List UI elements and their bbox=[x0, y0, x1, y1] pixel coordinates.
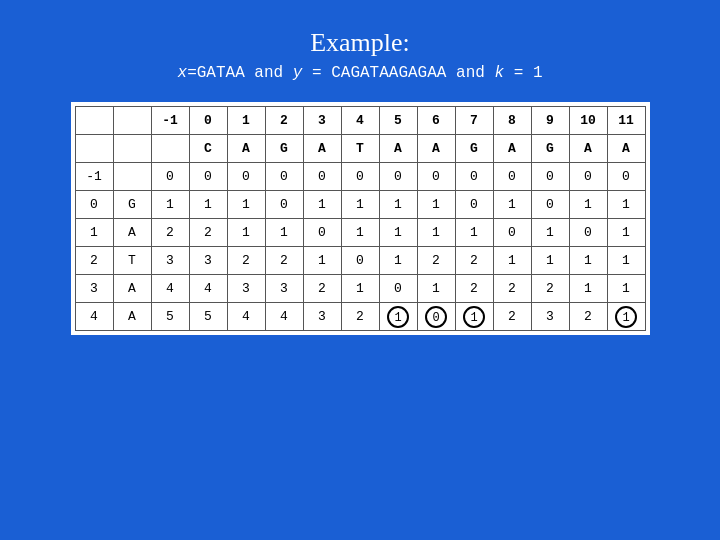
col-idx--1: -1 bbox=[151, 107, 189, 135]
k-value: 1 bbox=[533, 64, 543, 82]
row-idx--1: -1 bbox=[75, 163, 113, 191]
and1-text: and bbox=[254, 64, 283, 82]
cell: 0 bbox=[569, 163, 607, 191]
cell: 4 bbox=[227, 303, 265, 331]
cell: 2 bbox=[151, 219, 189, 247]
corner-empty3 bbox=[75, 135, 113, 163]
col-char-G2: G bbox=[455, 135, 493, 163]
cell: 2 bbox=[227, 247, 265, 275]
cell: 1 bbox=[303, 247, 341, 275]
col-char-G1: G bbox=[265, 135, 303, 163]
cell: 0 bbox=[151, 163, 189, 191]
cell: 0 bbox=[493, 219, 531, 247]
corner-empty4 bbox=[113, 135, 151, 163]
cell: 0 bbox=[303, 219, 341, 247]
cell: 1 bbox=[151, 191, 189, 219]
subtitle-line: x=GATAA and y = CAGATAAGAGAA and k = 1 bbox=[178, 64, 543, 82]
cell: 0 bbox=[607, 163, 645, 191]
row-idx-0: 0 bbox=[75, 191, 113, 219]
col-idx-10: 10 bbox=[569, 107, 607, 135]
title-section: Example: x=GATAA and y = CAGATAAGAGAA an… bbox=[178, 28, 543, 82]
circled-1-c: 1 bbox=[615, 306, 637, 328]
row-char-A2: A bbox=[113, 275, 151, 303]
table-row: 3 A 4 4 3 3 2 1 0 1 2 2 2 1 1 bbox=[75, 275, 645, 303]
circled-0: 0 bbox=[425, 306, 447, 328]
page-title: Example: bbox=[178, 28, 543, 58]
y-variable: y bbox=[293, 64, 303, 82]
circled-1-b: 1 bbox=[463, 306, 485, 328]
col-char-row: C A G A T A A G A G A A bbox=[75, 135, 645, 163]
cell: 2 bbox=[303, 275, 341, 303]
cell: 0 bbox=[265, 163, 303, 191]
cell-circled: 1 bbox=[379, 303, 417, 331]
cell: 0 bbox=[341, 247, 379, 275]
cell: 2 bbox=[341, 303, 379, 331]
col-idx-6: 6 bbox=[417, 107, 455, 135]
table-row: 0 G 1 1 1 0 1 1 1 1 0 1 0 1 1 bbox=[75, 191, 645, 219]
cell: 3 bbox=[265, 275, 303, 303]
cell: 1 bbox=[227, 219, 265, 247]
cell: 1 bbox=[607, 247, 645, 275]
col-idx-0: 0 bbox=[189, 107, 227, 135]
col-idx-3: 3 bbox=[303, 107, 341, 135]
row-char-T: T bbox=[113, 247, 151, 275]
cell: 2 bbox=[531, 275, 569, 303]
col-index-row: -1 0 1 2 3 4 5 6 7 8 9 10 11 bbox=[75, 107, 645, 135]
cell: 1 bbox=[417, 191, 455, 219]
cell: 0 bbox=[417, 163, 455, 191]
col-char-A7: A bbox=[607, 135, 645, 163]
y-value: CAGATAAGAGAA bbox=[331, 64, 446, 82]
cell: 0 bbox=[379, 275, 417, 303]
cell: 1 bbox=[455, 219, 493, 247]
col-char-T: T bbox=[341, 135, 379, 163]
circled-1-a: 1 bbox=[387, 306, 409, 328]
cell: 2 bbox=[265, 247, 303, 275]
cell: 1 bbox=[379, 191, 417, 219]
cell: 1 bbox=[607, 219, 645, 247]
cell: 0 bbox=[227, 163, 265, 191]
cell: 5 bbox=[151, 303, 189, 331]
col-idx-8: 8 bbox=[493, 107, 531, 135]
cell: 2 bbox=[493, 275, 531, 303]
table-row-last: 4 A 5 5 4 4 3 2 1 0 1 2 3 2 1 bbox=[75, 303, 645, 331]
col-idx-1: 1 bbox=[227, 107, 265, 135]
col-idx-5: 5 bbox=[379, 107, 417, 135]
cell: 1 bbox=[569, 191, 607, 219]
col-char-A5: A bbox=[493, 135, 531, 163]
cell: 1 bbox=[531, 219, 569, 247]
row-char-G: G bbox=[113, 191, 151, 219]
col-char-A4: A bbox=[417, 135, 455, 163]
x-variable: x bbox=[178, 64, 188, 82]
cell-circled: 0 bbox=[417, 303, 455, 331]
cell: 2 bbox=[189, 219, 227, 247]
cell: 0 bbox=[341, 163, 379, 191]
col-idx-9: 9 bbox=[531, 107, 569, 135]
col-char-A3: A bbox=[379, 135, 417, 163]
cell-circled: 1 bbox=[455, 303, 493, 331]
dp-table: -1 0 1 2 3 4 5 6 7 8 9 10 11 C A G A T A… bbox=[75, 106, 646, 331]
cell: 1 bbox=[341, 275, 379, 303]
cell-circled: 1 bbox=[607, 303, 645, 331]
cell: 1 bbox=[569, 247, 607, 275]
cell: 3 bbox=[227, 275, 265, 303]
cell: 3 bbox=[531, 303, 569, 331]
cell: 0 bbox=[455, 191, 493, 219]
col-char-empty bbox=[151, 135, 189, 163]
cell: 0 bbox=[569, 219, 607, 247]
cell: 1 bbox=[493, 191, 531, 219]
cell: 2 bbox=[569, 303, 607, 331]
cell: 3 bbox=[303, 303, 341, 331]
cell: 2 bbox=[417, 247, 455, 275]
table-row: -1 0 0 0 0 0 0 0 0 0 0 0 0 0 bbox=[75, 163, 645, 191]
cell: 5 bbox=[189, 303, 227, 331]
col-idx-2: 2 bbox=[265, 107, 303, 135]
corner-empty2 bbox=[113, 107, 151, 135]
row-idx-4: 4 bbox=[75, 303, 113, 331]
cell: 4 bbox=[265, 303, 303, 331]
cell: 1 bbox=[417, 275, 455, 303]
col-idx-4: 4 bbox=[341, 107, 379, 135]
cell: 0 bbox=[379, 163, 417, 191]
cell: 4 bbox=[189, 275, 227, 303]
cell: 2 bbox=[455, 275, 493, 303]
cell: 2 bbox=[455, 247, 493, 275]
